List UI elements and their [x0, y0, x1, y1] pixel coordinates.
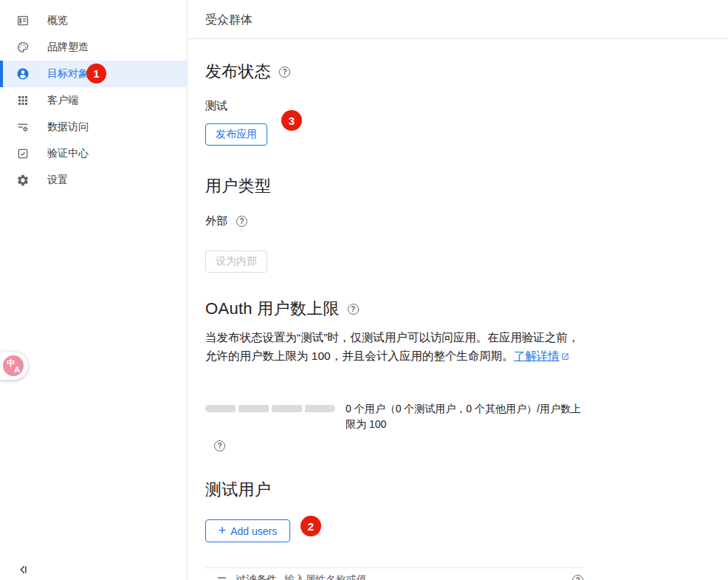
make-internal-button[interactable]: 设为内部 — [205, 250, 267, 273]
learn-more-link[interactable]: 了解详情 — [514, 349, 569, 362]
annotation-badge-3: 3 — [281, 110, 302, 131]
apps-grid-icon — [16, 94, 30, 107]
user-type-value: 外部 ? — [205, 214, 247, 228]
publishing-status-heading: 发布状态 ? — [205, 61, 290, 83]
settings-gear-icon — [16, 174, 30, 187]
sidebar: 概览 品牌塑造 目标对象 — [0, 0, 188, 580]
palette-icon — [16, 41, 30, 54]
oauth-cap-help-icon[interactable]: ? — [348, 304, 359, 315]
progress-segment — [305, 405, 335, 412]
filter-help-icon[interactable]: ? — [572, 575, 583, 580]
progress-segment — [238, 405, 269, 412]
sidebar-item-label: 目标对象 — [47, 67, 89, 81]
verification-checkbox-icon — [16, 147, 30, 160]
user-type-heading: 用户类型 — [205, 175, 271, 197]
external-link-icon — [561, 347, 569, 366]
header-divider — [188, 38, 728, 39]
collapse-sidebar-icon[interactable] — [15, 562, 31, 578]
plus-icon: + — [219, 524, 227, 537]
table-top-divider — [205, 567, 583, 568]
test-users-heading: 测试用户 — [205, 479, 271, 501]
publishing-status-value: 测试 — [205, 99, 227, 113]
page-title: 受众群体 — [205, 13, 253, 28]
usage-help-icon[interactable]: ? — [214, 440, 225, 451]
sidebar-item-verification-center[interactable]: 验证中心 — [0, 140, 187, 167]
overview-icon — [16, 14, 30, 27]
translate-icon: 中 A — [3, 355, 24, 376]
user-cap-progress-bar — [205, 405, 335, 412]
filter-label: 过滤条件 — [236, 573, 277, 580]
sidebar-item-clients[interactable]: 客户端 — [0, 87, 187, 114]
sidebar-item-overview[interactable]: 概览 — [0, 7, 187, 34]
sidebar-item-label: 概览 — [47, 14, 68, 27]
add-users-button[interactable]: + Add users — [205, 519, 290, 542]
annotation-badge-2: 2 — [301, 516, 321, 536]
filter-placeholder: 输入属性名称或值 — [284, 573, 367, 580]
sidebar-item-label: 设置 — [47, 174, 68, 187]
sidebar-item-label: 品牌塑造 — [47, 41, 89, 54]
filter-icon — [216, 574, 228, 580]
data-access-icon — [16, 120, 30, 134]
sidebar-item-label: 数据访问 — [47, 120, 89, 134]
progress-segment — [205, 405, 236, 412]
user-cap-usage-text: 0 个用户（0 个测试用户，0 个其他用户）/用户数上限为 100 — [346, 401, 585, 432]
sidebar-item-data-access[interactable]: 数据访问 — [0, 114, 187, 140]
translate-fab[interactable]: 中 A — [0, 352, 28, 380]
annotation-badge-1: 1 — [86, 64, 106, 83]
sidebar-item-label: 客户端 — [47, 94, 78, 107]
publishing-status-help-icon[interactable]: ? — [279, 66, 290, 78]
progress-segment — [272, 405, 302, 412]
sidebar-item-branding[interactable]: 品牌塑造 — [0, 34, 187, 61]
sidebar-item-settings[interactable]: 设置 — [0, 167, 187, 194]
audience-person-icon — [16, 67, 30, 81]
filter-bar[interactable]: 过滤条件 输入属性名称或值 ? — [205, 569, 583, 580]
user-type-help-icon[interactable]: ? — [236, 216, 247, 227]
oauth-cap-heading: OAuth 用户数上限 ? — [205, 298, 359, 320]
oauth-cap-description: 当发布状态设置为“测试”时，仅测试用户可以访问应用。在应用验证之前，允许的用户数… — [205, 328, 583, 366]
publish-app-button[interactable]: 发布应用 — [205, 123, 267, 146]
sidebar-item-label: 验证中心 — [47, 147, 89, 160]
oauth-audience-page: 概览 品牌塑造 目标对象 — [0, 0, 728, 580]
